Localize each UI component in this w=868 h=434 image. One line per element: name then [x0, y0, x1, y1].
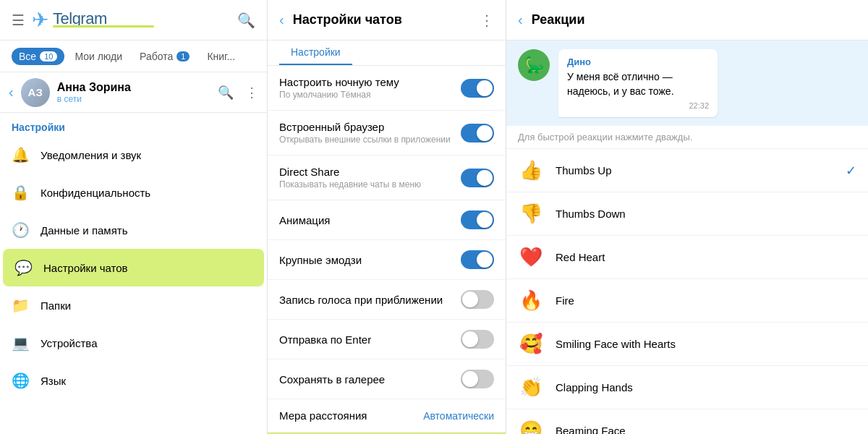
thumbs-up-emoji: 👍 — [518, 159, 544, 182]
toggle-direct-share[interactable] — [461, 169, 494, 187]
reaction-smiling-hearts[interactable]: 🥰 Smiling Face with Hearts — [506, 323, 868, 366]
toggle-browser[interactable] — [461, 124, 494, 142]
tab-work[interactable]: Работа 1 — [132, 48, 197, 65]
settings-tab[interactable]: Настройки — [279, 41, 352, 65]
thumbs-down-emoji: 👎 — [518, 203, 544, 225]
toggle-voice-record[interactable] — [461, 290, 494, 309]
menu-privacy[interactable]: 🔒 Конфиденциальность — [0, 174, 267, 211]
toggle-large-emoji[interactable] — [461, 250, 494, 269]
setting-animation[interactable]: Анимация — [268, 200, 506, 240]
top-bar: ☰ ✈ Telgram 🔍 — [0, 0, 267, 41]
setting-night-theme[interactable]: Настроить ночную тему По умолчанию Тёмна… — [268, 66, 506, 111]
selected-check-icon: ✓ — [846, 163, 856, 179]
folder-icon: 📁 — [12, 297, 29, 314]
smiling-hearts-emoji: 🥰 — [518, 333, 544, 355]
back-button[interactable]: ‹ — [9, 84, 14, 101]
reaction-beaming[interactable]: 😁 Beaming Face — [506, 409, 868, 434]
toggle-night-theme[interactable] — [461, 79, 494, 98]
setting-save-gallery[interactable]: Сохранять в галерее — [268, 359, 506, 399]
bubble-text: У меня всё отлично — надеюсь, и у вас то… — [567, 70, 709, 98]
quick-hint: Для быстрой реакции нажмите дважды. — [506, 126, 868, 149]
chat-info: Анна Зорина в сети — [57, 81, 210, 104]
setting-send-enter[interactable]: Отправка по Enter — [268, 320, 506, 359]
telegram-bird-icon: ✈ — [32, 8, 48, 32]
reactions-list: 👍 Thumbs Up ✓ 👎 Thumbs Down ❤️ Red Heart… — [506, 149, 868, 434]
hamburger-icon[interactable]: ☰ — [12, 12, 25, 29]
setting-browser[interactable]: Встроенный браузер Открывать внешние ссы… — [268, 111, 506, 156]
clapping-emoji: 👏 — [518, 376, 544, 399]
avatar: АЗ — [21, 78, 50, 107]
laptop-icon: 💻 — [12, 334, 29, 352]
reaction-thumbs-up[interactable]: 👍 Thumbs Up ✓ — [506, 149, 868, 192]
telegram-underline — [53, 25, 154, 27]
bubble-sender: Дино — [567, 56, 709, 67]
reaction-red-heart[interactable]: ❤️ Red Heart — [506, 236, 868, 279]
chat-icon: 💬 — [14, 259, 32, 276]
mid-panel: ‹ Настройки чатов ⋮ Настройки Настроить … — [268, 0, 506, 434]
right-title: Реакции — [532, 12, 585, 27]
mid-back-button[interactable]: ‹ — [279, 12, 284, 28]
more-options-icon[interactable]: ⋮ — [245, 85, 258, 101]
distance-value: Автоматически — [423, 410, 494, 422]
tab-my-people[interactable]: Мои люди — [67, 48, 129, 65]
dino-avatar: 🦕 — [518, 49, 550, 81]
lock-icon: 🔒 — [12, 184, 29, 201]
menu-devices[interactable]: 💻 Устройства — [0, 324, 267, 362]
chat-header: ‹ АЗ Анна Зорина в сети 🔍 ⋮ — [0, 72, 267, 113]
chat-name: Анна Зорина — [57, 81, 210, 94]
menu-notifications[interactable]: 🔔 Уведомления и звук — [0, 136, 267, 174]
settings-list: Настроить ночную тему По умолчанию Тёмна… — [268, 66, 506, 434]
toggle-send-enter[interactable] — [461, 330, 494, 349]
beaming-emoji: 😁 — [518, 420, 544, 434]
mid-title: Настройки чатов — [293, 12, 471, 27]
setting-distance[interactable]: Мера расстояния Автоматически — [268, 399, 506, 433]
chat-bubble: Дино У меня всё отлично — надеюсь, и у в… — [558, 49, 718, 117]
bubble-time: 22:32 — [567, 101, 709, 110]
setting-voice-record[interactable]: Запись голоса при приближении — [268, 280, 506, 320]
right-header: ‹ Реакции — [506, 0, 868, 41]
tab-books[interactable]: Книг... — [200, 48, 242, 65]
chat-preview: 🦕 Дино У меня всё отлично — надеюсь, и у… — [506, 41, 868, 126]
reaction-clapping[interactable]: 👏 Clapping Hands — [506, 366, 868, 409]
setting-large-emoji[interactable]: Крупные эмодзи — [268, 240, 506, 280]
right-back-button[interactable]: ‹ — [518, 12, 523, 28]
reaction-thumbs-down[interactable]: 👎 Thumbs Down — [506, 192, 868, 236]
settings-title: Настройки — [0, 113, 267, 136]
toggle-animation[interactable] — [461, 210, 494, 229]
reaction-fire[interactable]: 🔥 Fire — [506, 279, 868, 323]
clock-icon: 🕐 — [12, 221, 29, 239]
tab-all[interactable]: Все 10 — [12, 48, 64, 65]
menu-chat-settings[interactable]: 💬 Настройки чатов — [3, 249, 264, 286]
right-panel: ‹ Реакции 🦕 Дино У меня всё отлично — на… — [506, 0, 868, 434]
menu-language[interactable]: 🌐 Язык — [0, 362, 267, 399]
search-chat-icon[interactable]: 🔍 — [218, 85, 234, 101]
mid-more-icon[interactable]: ⋮ — [480, 12, 494, 29]
settings-menu: Настройки 🔔 Уведомления и звук 🔒 Конфиде… — [0, 113, 267, 434]
toggle-save-gallery[interactable] — [461, 370, 494, 388]
globe-icon: 🌐 — [12, 372, 29, 389]
red-heart-emoji: ❤️ — [518, 246, 544, 268]
mid-header: ‹ Настройки чатов ⋮ — [268, 0, 506, 41]
chat-status: в сети — [57, 94, 210, 104]
menu-data[interactable]: 🕐 Данные и память — [0, 211, 267, 249]
menu-folders[interactable]: 📁 Папки — [0, 286, 267, 324]
telegram-logo: ✈ Telgram — [32, 8, 237, 32]
tabs-bar: Все 10 Мои люди Работа 1 Книг... — [0, 41, 267, 72]
fire-emoji: 🔥 — [518, 289, 544, 312]
chat-actions: 🔍 ⋮ — [218, 85, 258, 101]
setting-direct-share[interactable]: Direct Share Показывать недавние чаты в … — [268, 156, 506, 200]
search-icon[interactable]: 🔍 — [237, 12, 255, 29]
left-panel: ☰ ✈ Telgram 🔍 Все 10 Мои люди Работа 1 К… — [0, 0, 268, 434]
bell-icon: 🔔 — [12, 146, 29, 163]
